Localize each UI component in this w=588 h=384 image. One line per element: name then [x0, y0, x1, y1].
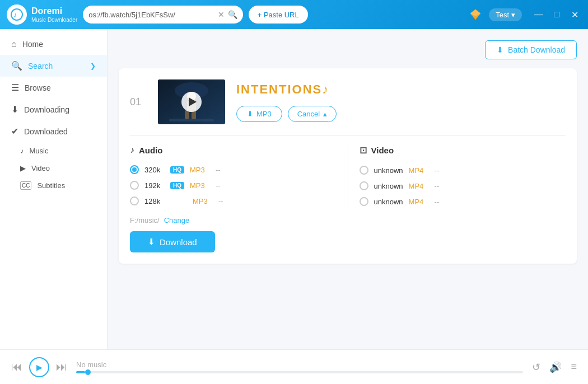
player-right-controls: ↺ 🔊 ≡: [532, 361, 577, 373]
audio-option-192k[interactable]: 192k HQ MP3 --: [130, 177, 337, 193]
audio-option-320k[interactable]: 320k HQ MP3 --: [130, 162, 337, 177]
track-actions: ⬇ MP3 Cancel ▴: [236, 106, 566, 122]
repeat-button[interactable]: ↺: [532, 361, 540, 373]
video-header: ⊡ Video: [360, 145, 566, 156]
track-title: INTENTIONS♪: [236, 82, 566, 97]
paste-url-button[interactable]: + Paste URL: [249, 6, 308, 24]
track-header: 01: [130, 79, 566, 124]
video-option-2[interactable]: unknown MP4 --: [360, 178, 566, 194]
title-bar: ♪ Doremi Music Downloader os://fb.watch/…: [0, 0, 588, 29]
url-close-icon[interactable]: ✕: [218, 10, 225, 19]
sidebar-label-home: Home: [22, 40, 43, 49]
download-button-icon: ⬇: [148, 237, 155, 247]
radio-video-3[interactable]: [360, 197, 368, 206]
next-button[interactable]: ⏭: [56, 360, 67, 373]
now-playing-text: No music: [76, 360, 523, 369]
mp3-button[interactable]: ⬇ MP3: [236, 106, 282, 122]
radio-320k[interactable]: [130, 165, 139, 174]
browse-icon: ☰: [11, 82, 19, 93]
sidebar-item-downloading[interactable]: ⬇ Downloading: [0, 99, 107, 120]
hq-badge-192k: HQ: [170, 182, 184, 189]
download-button[interactable]: ⬇ Download: [130, 231, 215, 252]
quality-128k: 128k: [144, 197, 165, 205]
sidebar-item-browse[interactable]: ☰ Browse: [0, 77, 107, 99]
app-name-main: Doremi: [31, 6, 77, 16]
chevron-right-icon: ❯: [90, 62, 96, 70]
app-logo: ♪ Doremi Music Downloader: [7, 4, 77, 25]
video-icon: ▶: [20, 164, 26, 172]
format-columns: ♪ Audio 320k HQ MP3 -- 192k: [130, 145, 566, 209]
size-192k: --: [216, 181, 221, 190]
app-logo-icon: ♪: [7, 4, 27, 25]
player-controls: ⏮ ▶ ⏭: [11, 357, 67, 377]
downloaded-icon: ✔: [11, 126, 18, 137]
search-icon: 🔍: [11, 60, 22, 71]
audio-option-128k[interactable]: 128k MP3 --: [130, 193, 337, 209]
audio-header-icon: ♪: [130, 145, 134, 155]
cancel-button[interactable]: Cancel ▴: [288, 106, 337, 122]
video-column: ⊡ Video unknown MP4 -- unknown M: [360, 145, 566, 209]
sidebar-sub-label-subtitles: Subtitles: [37, 181, 65, 190]
video-option-1[interactable]: unknown MP4 --: [360, 162, 566, 178]
progress-bar[interactable]: [76, 371, 523, 373]
quality-video-2: unknown: [374, 182, 403, 190]
video-header-icon: ⊡: [360, 145, 367, 156]
play-icon: ▶: [36, 363, 43, 372]
music-icon: ♪: [20, 147, 24, 155]
play-overlay-button[interactable]: [181, 92, 202, 112]
volume-button[interactable]: 🔊: [549, 361, 562, 373]
size-128k: --: [218, 197, 223, 205]
quality-320k: 320k: [144, 166, 165, 174]
batch-download-button[interactable]: ⬇ Batch Download: [485, 40, 577, 59]
sidebar-item-search[interactable]: 🔍 Search ❯: [0, 55, 107, 77]
url-bar[interactable]: os://fb.watch/5j1EbKFsSw/ ✕ 🔍: [83, 6, 242, 24]
hq-badge-320k: HQ: [170, 166, 184, 174]
playlist-button[interactable]: ≡: [571, 361, 577, 373]
sidebar-sub-item-video[interactable]: ▶ Video: [0, 160, 107, 177]
radio-video-2[interactable]: [360, 181, 368, 190]
sidebar-item-home[interactable]: ⌂ Home: [0, 34, 107, 55]
save-path-text: F:/music/: [130, 216, 160, 224]
sidebar-sub-item-music[interactable]: ♪ Music: [0, 142, 107, 160]
home-icon: ⌂: [11, 39, 17, 49]
audio-header: ♪ Audio: [130, 145, 337, 155]
track-thumbnail[interactable]: [158, 79, 225, 124]
play-pause-button[interactable]: ▶: [29, 357, 49, 377]
format-mp4-3: MP4: [409, 198, 429, 206]
sidebar-item-downloaded[interactable]: ✔ Downloaded: [0, 120, 107, 142]
change-path-link[interactable]: Change: [164, 216, 190, 224]
size-video-2: --: [435, 182, 440, 190]
radio-192k[interactable]: [130, 181, 139, 190]
subtitles-icon: CC: [20, 181, 31, 190]
video-option-3[interactable]: unknown MP4 --: [360, 194, 566, 209]
main-layout: ⌂ Home 🔍 Search ❯ ☰ Browse ⬇ Downloading…: [0, 29, 588, 349]
quality-video-3: unknown: [374, 198, 403, 206]
progress-fill: [76, 371, 85, 373]
prev-button[interactable]: ⏮: [11, 360, 22, 373]
radio-video-1[interactable]: [360, 166, 368, 175]
sidebar-label-downloaded: Downloaded: [24, 127, 68, 136]
progress-dot: [85, 369, 91, 375]
player-bar: ⏮ ▶ ⏭ No music ↺ 🔊 ≡: [0, 349, 588, 384]
format-mp4-1: MP4: [409, 166, 429, 175]
track-number: 01: [130, 96, 147, 108]
player-info: No music: [76, 360, 523, 373]
audio-column: ♪ Audio 320k HQ MP3 -- 192k: [130, 145, 337, 209]
size-video-3: --: [435, 198, 440, 206]
url-search-icon: 🔍: [228, 10, 237, 19]
maximize-button[interactable]: □: [550, 8, 563, 21]
user-menu-button[interactable]: Test ▾: [489, 8, 522, 21]
format-mp3-320k: MP3: [190, 166, 210, 174]
radio-128k[interactable]: [130, 196, 139, 205]
sidebar-label-search: Search: [28, 62, 53, 71]
minimize-button[interactable]: —: [532, 8, 545, 21]
sidebar-label-browse: Browse: [25, 83, 51, 92]
sidebar-sub-label-music: Music: [30, 147, 49, 155]
diamond-icon: [468, 7, 483, 22]
sidebar-sub-item-subtitles[interactable]: CC Subtitles: [0, 177, 107, 194]
close-button[interactable]: ✕: [568, 8, 581, 21]
downloading-icon: ⬇: [11, 104, 18, 115]
window-controls: — □ ✕: [532, 8, 581, 21]
chevron-up-icon: ▴: [323, 110, 327, 118]
size-video-1: --: [435, 166, 440, 175]
